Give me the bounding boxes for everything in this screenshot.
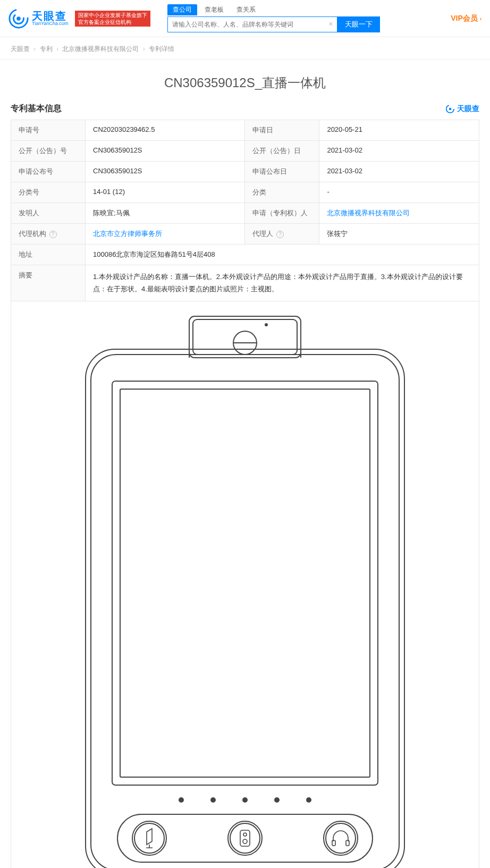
svg-point-28	[243, 839, 247, 844]
table-row: 发明人陈映宜;马佩申请（专利权）人北京微播视界科技有限公司	[11, 203, 479, 224]
field-value: CN202030239462.5	[86, 120, 245, 141]
section-title: 专利基本信息	[11, 103, 62, 114]
svg-rect-5	[86, 349, 404, 868]
search-tab-boss[interactable]: 查老板	[199, 4, 229, 15]
svg-rect-14	[112, 381, 378, 785]
crumb-patent[interactable]: 专利	[40, 45, 53, 53]
vip-link[interactable]: VIP会员 ›	[451, 14, 481, 23]
help-icon[interactable]: ?	[276, 231, 284, 238]
table-row: 公开（公告）号CN306359012S公开（公告）日2021-03-02	[11, 141, 479, 162]
search-tab-relation[interactable]: 查关系	[231, 4, 261, 15]
svg-rect-31	[332, 840, 335, 846]
info-table: 申请号CN202030239462.5申请日2020-05-21公开（公告）号C…	[11, 120, 479, 301]
field-value: 2021-03-02	[319, 162, 479, 182]
watermark: 天眼查	[445, 104, 479, 114]
table-row: 申请号CN202030239462.5申请日2020-05-21	[11, 120, 479, 141]
svg-rect-32	[346, 840, 349, 846]
field-label: 申请（专利权）人	[245, 203, 319, 224]
table-row: 申请公布号CN306359012S申请公布日2021-03-02	[11, 162, 479, 182]
crumb-home[interactable]: 天眼查	[11, 45, 30, 53]
field-value: -	[319, 182, 479, 203]
field-value[interactable]: 北京微播视界科技有限公司	[319, 203, 479, 224]
svg-point-24	[228, 821, 262, 855]
svg-point-27	[243, 833, 247, 836]
field-label: 代理机构 ?	[11, 224, 86, 245]
field-value: 14-01 (12)	[86, 182, 245, 203]
field-label: 分类	[245, 182, 319, 203]
page-title: CN306359012S_直播一体机	[0, 60, 490, 103]
svg-point-25	[230, 823, 260, 853]
field-label: 申请号	[11, 120, 86, 141]
svg-point-18	[243, 798, 247, 802]
svg-point-29	[324, 821, 358, 855]
crumb-company[interactable]: 北京微播视界科技有限公司	[62, 45, 139, 53]
field-value[interactable]: 北京市立方律师事务所	[86, 224, 245, 245]
official-badge: 国家中小企业发展子基金旗下 官方备案企业征信机构	[75, 11, 150, 27]
svg-point-30	[326, 823, 356, 853]
crumb-current: 专利详情	[149, 45, 174, 53]
svg-point-23	[134, 823, 164, 853]
search-group: 查公司 查老板 查关系 × 天眼一下	[167, 4, 380, 32]
svg-point-22	[132, 821, 166, 855]
patent-drawing-panel	[11, 301, 479, 868]
field-label: 公开（公告）号	[11, 141, 86, 162]
field-value: 2021-03-02	[319, 141, 479, 162]
table-row: 分类号14-01 (12)分类-	[11, 182, 479, 203]
field-label: 代理人 ?	[245, 224, 319, 245]
search-tab-company[interactable]: 查公司	[167, 4, 197, 15]
field-value: CN306359012S	[86, 162, 245, 182]
svg-point-11	[265, 324, 267, 326]
svg-rect-7	[189, 316, 301, 358]
field-value: CN306359012S	[86, 141, 245, 162]
logo-swirl-small-icon	[445, 104, 455, 114]
field-label: 申请日	[245, 120, 319, 141]
field-label: 公开（公告）日	[245, 141, 319, 162]
table-row: 地址100086北京市海淀区知春路51号4层408	[11, 245, 479, 265]
field-label: 发明人	[11, 203, 86, 224]
clear-icon[interactable]: ×	[328, 20, 333, 28]
svg-point-17	[211, 798, 215, 802]
search-button[interactable]: 天眼一下	[337, 16, 380, 32]
field-value: 1.本外观设计产品的名称：直播一体机。2.本外观设计产品的用途：本外观设计产品用…	[86, 265, 479, 301]
svg-point-19	[275, 798, 279, 802]
table-row: 代理机构 ?北京市立方律师事务所代理人 ?张筱宁	[11, 224, 479, 245]
section-header: 专利基本信息 天眼查	[0, 103, 490, 120]
svg-rect-6	[91, 355, 399, 868]
field-value: 张筱宁	[319, 224, 479, 245]
help-icon[interactable]: ?	[49, 231, 57, 238]
chevron-right-icon: ›	[480, 16, 481, 22]
field-value: 2020-05-21	[319, 120, 479, 141]
field-label: 摘要	[11, 265, 86, 301]
table-row: 摘要1.本外观设计产品的名称：直播一体机。2.本外观设计产品的用途：本外观设计产…	[11, 265, 479, 301]
logo-text-en: TianYanCha.com	[32, 21, 69, 26]
field-label: 分类号	[11, 182, 86, 203]
logo-swirl-icon	[9, 9, 29, 29]
svg-point-20	[307, 798, 311, 802]
breadcrumb: 天眼查 › 专利 › 北京微播视界科技有限公司 › 专利详情	[0, 37, 490, 60]
field-label: 申请公布号	[11, 162, 86, 182]
patent-drawing	[43, 312, 447, 868]
logo-text-cn: 天眼查	[32, 11, 69, 21]
field-value: 陈映宜;马佩	[86, 203, 245, 224]
field-label: 地址	[11, 245, 86, 265]
top-header: 天眼查 TianYanCha.com 国家中小企业发展子基金旗下 官方备案企业征…	[0, 0, 490, 37]
site-logo[interactable]: 天眼查 TianYanCha.com	[9, 9, 69, 29]
search-input[interactable]	[167, 16, 337, 32]
svg-point-4	[449, 107, 452, 110]
svg-rect-15	[120, 389, 370, 777]
svg-point-16	[179, 798, 183, 802]
svg-point-2	[16, 16, 21, 21]
field-label: 申请公布日	[245, 162, 319, 182]
field-value: 100086北京市海淀区知春路51号4层408	[86, 245, 479, 265]
